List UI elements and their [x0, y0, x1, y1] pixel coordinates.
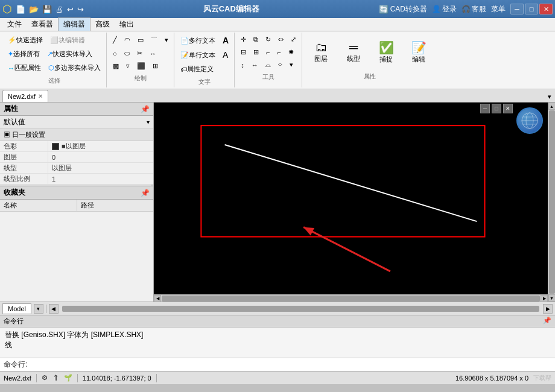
linescale-value[interactable]: 1 [48, 174, 153, 184]
explode-tool[interactable]: ✸ [285, 46, 297, 58]
color-value[interactable]: ■以图层 [48, 141, 153, 151]
insert-block[interactable]: ⬛ [134, 60, 148, 72]
chamfer-tool[interactable]: ⌐ [274, 47, 284, 58]
canvas-area[interactable]: ─ □ ✕ ▲ ▼ ◀ ▶ [154, 103, 555, 302]
menu-advanced[interactable]: 高级 [90, 18, 115, 31]
quick-select-btn[interactable]: ⚡ 快速选择 [5, 34, 46, 46]
select-all-btn[interactable]: ✦ 选择所有 [5, 48, 43, 60]
match-props-btn[interactable]: ↔ 匹配属性 [5, 62, 44, 74]
h-scroll-thumb[interactable] [162, 296, 540, 302]
save-icon[interactable]: 💾 [42, 5, 52, 14]
canvas-restore-btn[interactable]: □ [492, 104, 501, 113]
scroll-down-arrow[interactable]: ▼ [548, 294, 556, 302]
block-editor-btn[interactable]: ⬜ 块编辑器 [47, 34, 88, 46]
extend-tool[interactable]: ↔ [147, 48, 159, 59]
vertical-scrollbar[interactable]: ▲ ▼ [548, 103, 555, 302]
service-btn[interactable]: 🎧 客服 [461, 4, 486, 14]
main-menu-btn[interactable]: 菜单 [491, 4, 506, 14]
menu-viewer[interactable]: 查看器 [27, 18, 58, 31]
new-file-icon[interactable]: 📄 [16, 5, 25, 14]
scroll-left-arrow[interactable]: ◀ [154, 295, 161, 302]
text-a-icon: A [223, 36, 229, 45]
close-button[interactable]: ✕ [539, 4, 553, 14]
hatch-menu[interactable]: ▿ [123, 60, 133, 72]
tab-expand-icon[interactable]: ▾ [544, 92, 555, 102]
drawing-canvas[interactable] [154, 103, 548, 294]
scroll-up-arrow[interactable]: ▲ [548, 103, 556, 110]
offset-tool[interactable]: ⊟ [238, 46, 249, 58]
ellipse-tool[interactable]: ⬭ [121, 48, 133, 59]
scale-tool[interactable]: ⤢ [288, 34, 299, 45]
circle-tool[interactable]: ○ [110, 48, 120, 59]
rotate-tool[interactable]: ↻ [262, 34, 274, 45]
print-icon[interactable]: 🖨 [56, 5, 63, 14]
polyline-tool[interactable]: ⌒ [148, 34, 160, 46]
array-tool[interactable]: ⊞ [250, 46, 262, 58]
canvas-minimize-btn[interactable]: ─ [480, 104, 490, 113]
lengthen-tool[interactable]: ↔ [249, 60, 261, 71]
minimize-button[interactable]: ─ [510, 4, 524, 14]
expand-section-icon[interactable]: ▣ [4, 131, 10, 138]
dropdown-arrow-icon[interactable]: ▾ [147, 119, 150, 125]
file-tab[interactable]: New2.dxf ✕ [2, 90, 48, 102]
edit-btn[interactable]: 📝 编辑 [403, 34, 434, 70]
break-tool[interactable]: ⌓ [262, 59, 274, 71]
model-ctrl-down[interactable]: ▾ [34, 304, 43, 314]
move-tool[interactable]: ✛ [238, 34, 249, 45]
capture-btn[interactable]: ✅ 捕捉 [370, 34, 402, 70]
cad-converter-icon: 🔄 [379, 5, 388, 14]
multitext-btn[interactable]: 📄 多行文本 [177, 34, 218, 47]
horizontal-scrollbar[interactable]: ◀ ▶ [154, 294, 548, 302]
layer-value[interactable]: 0 [48, 152, 153, 162]
arc-tool[interactable]: ◠ [121, 34, 133, 46]
join-tool[interactable]: ⌔ [275, 60, 285, 71]
scroll-thumb[interactable] [549, 110, 555, 294]
model-ctrl-left[interactable]: ◀ [49, 304, 59, 314]
status-plant-icon[interactable]: 🌱 [64, 374, 72, 382]
open-icon[interactable]: 📂 [29, 5, 39, 14]
multi-polygon-btn[interactable]: ⬡ 多边形实体导入 [45, 62, 104, 74]
status-gear-icon[interactable]: ⚙ [42, 374, 48, 382]
scroll-right-arrow[interactable]: ▶ [541, 295, 548, 302]
status-up-icon[interactable]: ⇑ [52, 373, 59, 382]
pin-icon[interactable]: 📌 [141, 105, 150, 113]
menu-file[interactable]: 文件 [2, 18, 27, 31]
more-modify[interactable]: ▾ [287, 59, 296, 71]
menu-editor[interactable]: 编辑器 [58, 17, 90, 31]
model-ctrl-right[interactable]: ▶ [543, 304, 553, 314]
canvas-close-btn[interactable]: ✕ [503, 104, 513, 113]
singletext-btn[interactable]: 📝 单行文本 [177, 49, 218, 62]
command-input[interactable] [31, 361, 551, 369]
fillet-tool[interactable]: ⌐ [263, 47, 273, 58]
layer-btn[interactable]: 🗂 图层 [305, 34, 337, 70]
cmd-pin-icon[interactable]: 📌 [543, 317, 551, 326]
cad-converter[interactable]: 🔄 CAD转换器 [379, 4, 427, 14]
linetype-value[interactable]: 以图层 [48, 163, 153, 173]
hatch-tool[interactable]: ▩ [110, 60, 122, 72]
quick-solid-import-btn[interactable]: ↗ 快速实体导入 [44, 48, 95, 60]
rect-tool[interactable]: ▭ [135, 34, 147, 46]
login-btn[interactable]: 👤 登录 [432, 4, 457, 14]
line-tool[interactable]: ╱ [110, 34, 120, 46]
h-model-scroll[interactable] [62, 306, 539, 312]
tab-close-icon[interactable]: ✕ [38, 93, 43, 100]
text-style-btn[interactable]: A [220, 48, 231, 62]
attr-def-btn[interactable]: 🏷 属性定义 [177, 63, 217, 75]
app-title: 风云CAD编辑器 [84, 4, 379, 14]
redo-icon[interactable]: ↪ [77, 5, 84, 14]
table-tool[interactable]: ⊞ [150, 60, 161, 72]
text-size-btn[interactable]: A [220, 34, 232, 47]
title-right: 🔄 CAD转换器 👤 登录 🎧 客服 菜单 ─ □ ✕ [379, 4, 553, 14]
copy-tool[interactable]: ⧉ [250, 34, 261, 45]
undo-icon[interactable]: ↩ [67, 5, 74, 14]
menu-output[interactable]: 输出 [115, 18, 139, 31]
navigation-globe[interactable] [516, 107, 543, 134]
favorites-pin-icon[interactable]: 📌 [141, 189, 150, 197]
maximize-button[interactable]: □ [525, 4, 538, 14]
model-tab[interactable]: Model [2, 303, 31, 314]
linetype-btn[interactable]: ═ 线型 [338, 34, 369, 70]
mirror-tool[interactable]: ⇔ [275, 34, 287, 45]
trim-tool[interactable]: ✂ [134, 48, 145, 59]
more-draw-1[interactable]: ▾ [162, 34, 171, 46]
stretch-tool[interactable]: ↕ [238, 60, 247, 71]
